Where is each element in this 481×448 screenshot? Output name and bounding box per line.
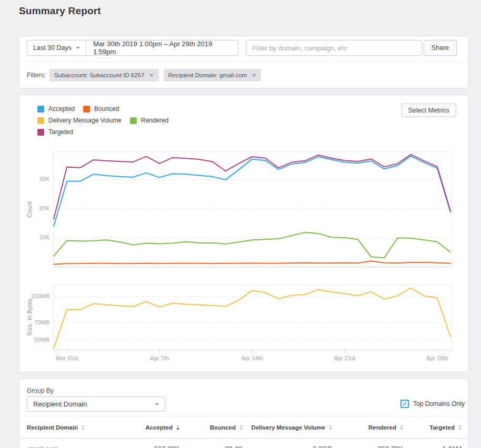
sort-up-arrow [82, 425, 85, 427]
column-header-label: Accepted [145, 424, 173, 431]
filter-tag[interactable]: Recipient Domain: gmail.com✕ [164, 69, 262, 82]
table-cell: 637.29K [125, 445, 179, 448]
filters-label: Filters: [27, 72, 46, 79]
column-header-label: Bounced [210, 424, 236, 431]
legend-swatch [37, 106, 44, 113]
x-tick-label: Apr 14th [241, 355, 263, 361]
filter-tag[interactable]: Subaccount: Subaccount ID 6257✕ [49, 69, 159, 82]
series-line-targeted [54, 155, 450, 219]
column-header-delivery-message-volume[interactable]: Delivery Message Volume [243, 424, 332, 431]
metrics-chart-panel: AcceptedBouncedDelivery Message VolumeRe… [19, 95, 468, 372]
legend-swatch [83, 106, 90, 113]
top-domains-toggle[interactable]: ✓ Top Domains Only [400, 400, 465, 408]
group-by-dropdown[interactable]: Recipient Domain [27, 396, 165, 412]
date-range-control: Last 30 Days Mar 30th 2019 1:00pm – Apr … [27, 40, 238, 56]
sort-down-arrow [82, 428, 85, 430]
sort-up-arrow [458, 425, 462, 427]
column-header-label: Targeted [429, 424, 455, 431]
legend-label: Targeted [48, 128, 73, 136]
legend-item: Rendered [130, 117, 169, 124]
column-header-label: Recipient Domain [27, 424, 78, 431]
group-by-table-panel: Group By Recipient Domain ✓ Top Domains … [19, 379, 468, 448]
table-cell: 39.4K [179, 445, 243, 448]
table-cell: 259.79K [332, 445, 403, 448]
top-domains-checkbox[interactable]: ✓ [400, 400, 409, 408]
series-line-rendered [54, 232, 450, 258]
date-range-text: Mar 30th 2019 1:00pm – Apr 29th 2019 1:5… [93, 40, 231, 56]
group-by-label: Group By [27, 387, 54, 394]
column-header-label: Rendered [368, 424, 396, 431]
legend-label: Accepted [48, 105, 75, 113]
recipient-domain-link[interactable]: gmail.com [27, 445, 125, 448]
legend-label: Rendered [141, 117, 169, 124]
legend-label: Delivery Message Volume [48, 117, 122, 124]
chevron-down-icon [155, 403, 159, 405]
sort-icon[interactable] [458, 425, 462, 430]
y-tick-label: 10K [19, 234, 49, 240]
column-header-accepted[interactable]: Accepted [125, 424, 179, 431]
column-header-rendered[interactable]: Rendered [332, 424, 403, 431]
date-preset-label: Last 30 Days [33, 44, 72, 52]
legend-item: Accepted [37, 105, 75, 113]
x-tick-label: Apr 7th [150, 355, 168, 361]
series-line-accepted [54, 156, 450, 226]
active-filters-row: Filters: Subaccount: Subaccount ID 6257✕… [27, 69, 266, 82]
count-line-chart [54, 151, 452, 267]
y-tick-label: 100MB [19, 293, 49, 299]
series-line-bounced [54, 261, 450, 264]
page-title: Summary Report [19, 5, 101, 17]
toolbar-divider [19, 62, 468, 63]
sort-icon[interactable] [82, 425, 85, 430]
date-preset-dropdown[interactable]: Last 30 Days [27, 40, 86, 55]
x-tick-label: Mar 31st [56, 355, 78, 361]
y-tick-label: 20K [19, 205, 49, 211]
chart-legend: AcceptedBouncedDelivery Message VolumeRe… [37, 105, 202, 136]
column-header-label: Delivery Message Volume [252, 424, 325, 431]
column-header-bounced[interactable]: Bounced [179, 424, 243, 431]
x-tick-label: Apr 28th [426, 355, 448, 361]
legend-item: Delivery Message Volume [37, 117, 122, 124]
legend-swatch [37, 117, 44, 124]
chevron-down-icon [76, 47, 80, 49]
group-by-selected-value: Recipient Domain [33, 400, 87, 408]
legend-item: Targeted [37, 128, 73, 136]
sort-down-arrow [458, 428, 462, 430]
legend-item: Bounced [83, 105, 119, 113]
share-button[interactable]: Share [424, 40, 457, 56]
y-tick-label: 50MB [19, 337, 49, 343]
select-metrics-button[interactable]: Select Metrics [402, 104, 457, 117]
y-tick-label: 70MB [19, 319, 49, 325]
legend-label: Bounced [94, 105, 119, 113]
close-icon[interactable]: ✕ [252, 73, 256, 78]
table-header-row: Recipient DomainAcceptedBouncedDelivery … [19, 416, 468, 439]
table-row: gmail.com637.29K39.4K2.3GB259.79K1.01M [19, 439, 468, 448]
close-icon[interactable]: ✕ [149, 73, 154, 78]
filter-tags: Subaccount: Subaccount ID 6257✕Recipient… [49, 69, 266, 82]
column-header-recipient-domain[interactable]: Recipient Domain [27, 424, 125, 431]
legend-swatch [37, 129, 44, 136]
table-cell: 1.01M [403, 445, 462, 448]
top-domains-label: Top Domains Only [413, 400, 465, 408]
column-header-targeted[interactable]: Targeted [403, 424, 462, 431]
x-tick-label: Apr 21st [334, 355, 355, 361]
filter-tag-label: Subaccount: Subaccount ID 6257 [54, 72, 144, 78]
legend-swatch [130, 117, 137, 124]
search-filter-input[interactable] [246, 40, 422, 56]
y-tick-label: 30K [19, 176, 49, 182]
date-range-field[interactable]: Mar 30th 2019 1:00pm – Apr 29th 2019 1:5… [86, 40, 238, 55]
series-line-delivery-message-volume [54, 288, 450, 349]
size-line-chart [54, 284, 452, 350]
toolbar-panel: Last 30 Days Mar 30th 2019 1:00pm – Apr … [19, 36, 468, 88]
filter-tag-label: Recipient Domain: gmail.com [168, 72, 247, 78]
table-cell: 2.3GB [243, 445, 332, 448]
